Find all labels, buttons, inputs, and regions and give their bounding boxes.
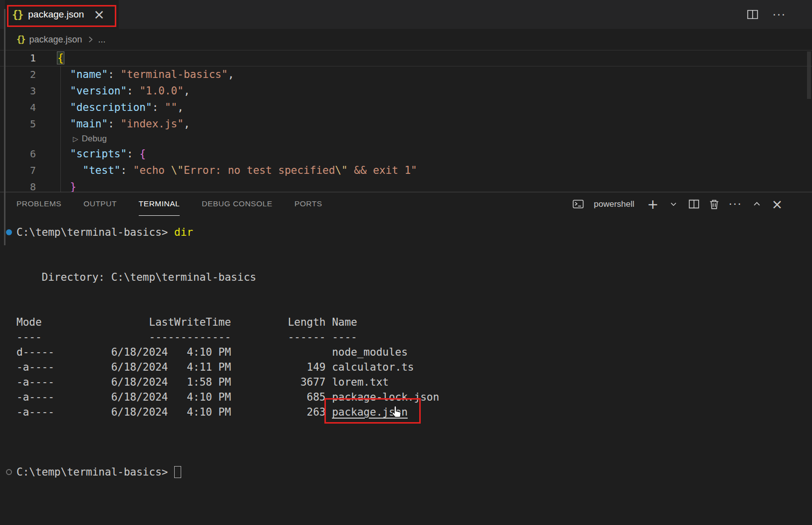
terminal-row: -a---- 6/18/2024 4:10 PM 263 package.jso… — [16, 405, 812, 420]
tab-package-json[interactable]: {} package.json × — [5, 0, 119, 29]
code-lines: 1{2 "name": "terminal-basics",3 "version… — [0, 50, 812, 192]
codelens-debug[interactable]: ▷Debug — [0, 132, 812, 146]
maximize-panel-chevron-up-icon[interactable] — [751, 198, 763, 210]
editor-line-4: 4 "description": "", — [0, 99, 812, 116]
editor-line-1: 1{ — [0, 50, 812, 66]
terminal-row: ---- ------------- ------ ---- — [16, 330, 812, 345]
play-outline-icon: ▷ — [73, 135, 78, 143]
terminal-rows: C:\temp\terminal-basics> dir Directory: … — [0, 216, 812, 480]
panel-tabs: PROBLEMSOUTPUTTERMINALDEBUG CONSOLEPORTS — [16, 192, 344, 216]
breadcrumb-file[interactable]: package.json — [29, 34, 82, 45]
tab-title: package.json — [28, 9, 84, 20]
indent-guide — [60, 66, 61, 192]
editor-line-7: 7 "test": "echo \"Error: no test specifi… — [0, 162, 812, 179]
terminal-row — [16, 285, 812, 300]
breadcrumb: {} package.json ... — [0, 29, 812, 50]
editor-line-8: 8 } — [0, 179, 812, 192]
terminal-row: d----- 6/18/2024 4:10 PM node_modules — [16, 345, 812, 360]
panel-tab-ports[interactable]: PORTS — [294, 192, 322, 216]
panel-tab-problems[interactable]: PROBLEMS — [16, 192, 61, 216]
breadcrumb-more[interactable]: ... — [98, 34, 106, 45]
tab-close-button[interactable]: × — [93, 9, 105, 19]
terminal-row — [16, 450, 812, 465]
terminal-row — [16, 255, 812, 270]
editor-line-2: 2 "name": "terminal-basics", — [0, 66, 812, 83]
json-braces-icon: {} — [16, 34, 24, 44]
chevron-right-icon — [87, 35, 94, 43]
terminal-profile-chevron-icon[interactable] — [667, 198, 679, 210]
terminal-row: -a---- 6/18/2024 4:10 PM 685 package-loc… — [16, 390, 812, 405]
editor-actions: ··· — [747, 0, 786, 29]
editor-line-6: 6 "scripts": { — [0, 146, 812, 162]
terminal-row: Mode LastWriteTime Length Name — [16, 315, 812, 330]
terminal-cursor — [174, 466, 181, 478]
editor-line-3: 3 "version": "1.0.0", — [0, 83, 812, 99]
command-decoration-dot[interactable] — [6, 229, 12, 235]
kill-terminal-trash-icon[interactable] — [708, 198, 720, 210]
panel-tab-terminal[interactable]: TERMINAL — [139, 192, 180, 216]
editor-more-actions-button[interactable]: ··· — [773, 8, 786, 21]
terminal-left-bar — [4, 9, 5, 245]
editor-scrollbar[interactable] — [807, 51, 811, 99]
terminal-row: C:\temp\terminal-basics> dir — [16, 225, 812, 240]
terminal-row — [16, 420, 812, 435]
panel-tab-output[interactable]: OUTPUT — [83, 192, 117, 216]
powershell-terminal-icon — [572, 198, 584, 210]
new-terminal-button[interactable]: + — [647, 198, 659, 210]
terminal-more-actions-button[interactable]: ··· — [729, 198, 742, 210]
vscode-window: {} package.json × ··· {} package.json ..… — [0, 0, 812, 525]
terminal-row: -a---- 6/18/2024 4:11 PM 149 calculator.… — [16, 360, 812, 375]
terminal-row: C:\temp\terminal-basics> — [16, 465, 812, 480]
shell-label: powershell — [594, 199, 634, 209]
editor[interactable]: 1{2 "name": "terminal-basics",3 "version… — [0, 50, 812, 192]
editor-tab-bar: {} package.json × ··· — [0, 0, 812, 29]
split-editor-button[interactable] — [747, 8, 759, 20]
terminal-row — [16, 300, 812, 315]
terminal-row: Directory: C:\temp\terminal-basics — [16, 270, 812, 285]
terminal[interactable]: C:\temp\terminal-basics> dir Directory: … — [0, 216, 812, 525]
terminal-row — [16, 435, 812, 450]
terminal-row: -a---- 6/18/2024 1:58 PM 3677 lorem.txt — [16, 375, 812, 390]
panel-actions: powershell + ··· × — [572, 192, 783, 216]
close-panel-button[interactable]: × — [771, 198, 783, 210]
hand-pointer-cursor — [389, 404, 405, 422]
panel-tab-debug-console[interactable]: DEBUG CONSOLE — [202, 192, 272, 216]
editor-line-5: 5 "main": "index.js", — [0, 116, 812, 132]
prompt-decoration-circle[interactable] — [6, 469, 12, 475]
json-braces-icon: {} — [12, 8, 22, 20]
split-terminal-button[interactable] — [688, 198, 700, 210]
terminal-row — [16, 240, 812, 255]
